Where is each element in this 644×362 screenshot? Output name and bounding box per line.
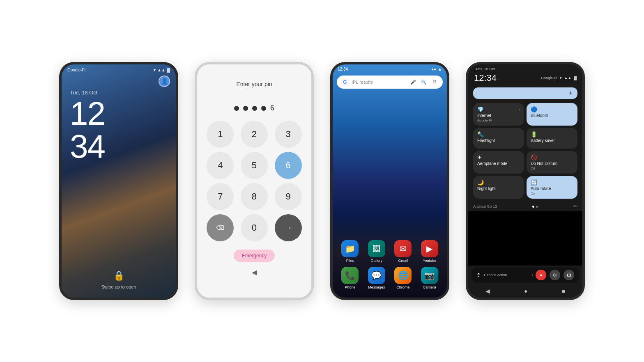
status-icons: ▾ ▲▲ ▓ [154,68,170,72]
chrome-icon[interactable]: 🌐 [394,267,412,284]
qs-tile-dnd[interactable]: 🚫 Do Not Disturb Off [527,151,577,174]
mic-icon[interactable]: 🎤 [409,78,417,86]
home-signal-icon: ▲ [438,67,442,71]
grid-icon[interactable]: ⠿ [430,78,439,86]
youtube-icon[interactable]: ▶ [421,240,438,257]
qs-tile-flashlight[interactable]: 🔦 Flashlight [473,128,524,149]
aeroplane-label: Aeroplane mode [477,161,520,166]
phone-label: Phone [345,285,355,289]
pin-btn-1[interactable]: 1 [207,121,234,148]
home-status-bar: 12:34 ●● ▲ [333,64,447,73]
lens-icon[interactable]: 🔍 [420,78,428,86]
pin-dot-1 [234,106,239,111]
camera-icon[interactable]: 📷 [421,267,438,284]
autorotate-sublabel: On [531,192,573,195]
record-button[interactable]: ● [536,270,546,280]
pin-btn-5[interactable]: 5 [241,152,268,179]
qs-dark-area [468,211,582,266]
search-bar[interactable]: G IPL results 🎤 🔍 ⠿ [337,76,443,89]
dnd-icon: 🚫 [531,154,537,160]
lock-bottom-area[interactable]: 🔒 Swipe up to open [62,270,176,298]
brightness-bar[interactable]: ☀ [473,87,577,99]
pin-btn-6[interactable]: 6 [275,152,302,179]
chrome-label: Chrome [396,285,409,289]
pin-dot-4 [261,106,266,111]
wallpaper-area [333,91,447,236]
app-phone[interactable]: 📞 Phone [341,267,359,289]
nightlight-icon: 🌙 [477,179,484,186]
qs-tiles-grid: 💎 › Internet Google-Fi 🔵 Bluetooth 🔦 Fla… [468,101,582,201]
app-files[interactable]: 📁 Files [341,240,359,263]
pin-btn-9[interactable]: 9 [275,183,302,210]
messages-label: Messages [368,285,385,289]
back-button[interactable]: ◀ [252,268,257,276]
nav-recents[interactable]: ■ [562,288,565,294]
phone-home: 12:34 ●● ▲ G IPL results 🎤 🔍 ⠿ 📁 Files [330,62,449,300]
pin-numpad[interactable]: 1 2 3 4 5 6 7 8 9 ⌫ 0 → [197,121,311,241]
messages-icon[interactable]: 💬 [368,267,385,284]
bluetooth-label: Bluetooth [531,113,573,118]
qs-edit-icon[interactable]: ✏ [573,204,577,209]
pin-btn-backspace[interactable]: ⌫ [207,214,234,241]
search-action-icons: 🎤 🔍 ⠿ [409,78,439,86]
qs-tile-bluetooth[interactable]: 🔵 Bluetooth [527,103,577,126]
search-input[interactable]: IPL results [352,80,407,85]
pin-btn-7[interactable]: 7 [207,183,234,210]
lock-date: Tue, 18 Oct [70,89,97,96]
gallery-icon[interactable]: 🖼 [368,240,385,257]
qs-carrier: Google-Fi [541,76,557,80]
battery-saver-icon: 🔋 [531,131,537,137]
app-chrome[interactable]: 🌐 Chrome [394,267,412,289]
qs-tile-internet[interactable]: 💎 › Internet Google-Fi [473,103,524,126]
app-youtube[interactable]: ▶ Youtube [421,240,438,263]
flashlight-icon: 🔦 [477,131,484,137]
aeroplane-icon: ✈ [477,154,482,160]
youtube-label: Youtube [423,259,436,263]
app-gmail[interactable]: ✉ Gmail [394,240,412,263]
pin-btn-3[interactable]: 3 [275,121,302,148]
nav-bar: ◀ ● ■ [468,285,582,298]
app-camera[interactable]: 📷 Camera [421,267,438,289]
pin-btn-2[interactable]: 2 [241,121,268,148]
settings-button[interactable]: ⚙ [550,270,560,280]
qs-tile-nightlight[interactable]: 🌙 Night light [473,176,524,199]
phone-icon[interactable]: 📞 [341,267,359,284]
qs-time: 12:34 [474,73,497,83]
qs-tile-autorotate[interactable]: 🔄 Auto-rotate On [527,176,577,199]
qs-wifi-icon: ▾ [560,76,562,80]
active-app-chevron: › [532,273,533,277]
home-time: 12:34 [338,67,348,71]
lock-hour: 12 [70,97,105,130]
pin-btn-4[interactable]: 4 [207,152,234,179]
app-messages[interactable]: 💬 Messages [368,267,385,289]
emergency-button[interactable]: Emergency [234,250,275,262]
qs-battery-icon: ▓ [574,76,577,80]
pin-btn-0[interactable]: 0 [241,214,268,241]
google-logo: G [341,78,349,86]
active-app-bar[interactable]: ⏱ 1 app is active › ● ⚙ ⏻ [472,267,579,283]
gmail-icon[interactable]: ✉ [394,240,412,257]
lock-status-bar: Google-Fi ▾ ▲▲ ▓ [62,64,176,74]
qs-page-dots [532,206,538,208]
pin-btn-8[interactable]: 8 [241,183,268,210]
qs-tile-aeroplane[interactable]: ✈ Aeroplane mode [473,151,524,174]
internet-chevron: › [519,108,520,112]
nav-back[interactable]: ◀ [485,288,490,294]
power-button[interactable]: ⏻ [564,270,574,280]
nav-home[interactable]: ● [524,288,527,294]
avatar[interactable]: 👤 [159,76,170,87]
qs-dot-2 [536,206,538,208]
swipe-label: Swipe up to open [101,284,136,289]
pin-btn-enter[interactable]: → [275,214,302,241]
qs-tile-battery[interactable]: 🔋 Battery saver [527,128,577,149]
camera-label: Camera [423,285,436,289]
files-icon[interactable]: 📁 [341,240,359,257]
app-row-1: 📁 Files 🖼 Gallery ✉ Gmail ▶ Youtube [337,240,443,263]
app-gallery[interactable]: 🖼 Gallery [368,240,385,263]
wifi-icon: ▾ [154,68,156,72]
internet-sublabel: Google-Fi [477,119,520,122]
lock-icon: 🔒 [113,270,124,281]
autorotate-label: Auto-rotate [531,186,573,191]
qs-dot-1 [532,206,534,208]
dnd-label: Do Not Disturb [531,161,573,166]
